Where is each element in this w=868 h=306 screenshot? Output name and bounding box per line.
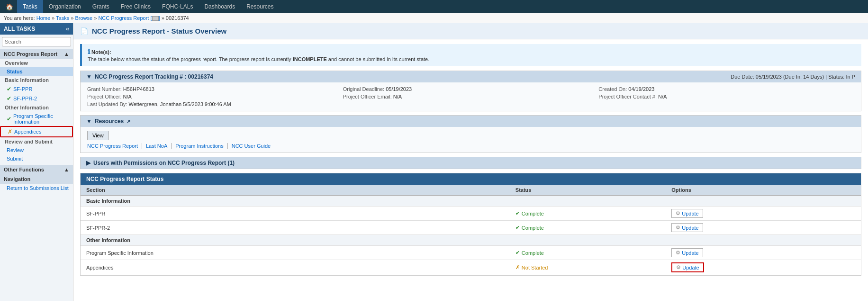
check-icon-program-specific: ✔: [7, 116, 11, 122]
page-title: NCC Progress Report - Status Overview: [92, 27, 226, 35]
table-row: SF-PPR-2 ✔ Complete ⚙ Update: [81, 221, 861, 235]
users-section: ▶ Users with Permissions on NCC Progress…: [80, 157, 861, 169]
row-sfppr-status: ✔ Complete: [510, 207, 666, 221]
sidebar-item-return[interactable]: Return to Submissions List: [0, 184, 73, 192]
update-label-program-specific: Update: [682, 250, 698, 256]
update-button-sfppr[interactable]: ⚙ Update: [671, 209, 703, 218]
nav-organization[interactable]: Organization: [43, 0, 87, 13]
update-button-program-specific[interactable]: ⚙ Update: [671, 248, 703, 257]
resources-section: ▼ Resources ↗ View NCC Progress Report L…: [80, 115, 861, 153]
nav-fqhc-lals[interactable]: FQHC-LALs: [156, 0, 199, 13]
notes-box: ℹ Note(s): The table below shows the sta…: [80, 44, 861, 66]
users-header[interactable]: ▶ Users with Permissions on NCC Progress…: [81, 157, 861, 169]
sidebar-item-sfppr-label: SF-PPR: [13, 86, 32, 92]
sidebar-item-sfppr2[interactable]: ✔ SF-PPR-2: [0, 94, 73, 103]
info-icon: ℹ: [88, 48, 90, 55]
breadcrumb: You are here: Home » Tasks » Browse » NC…: [0, 13, 868, 23]
sidebar-item-return-label: Return to Submissions List: [7, 185, 69, 191]
sidebar-item-submit-label: Submit: [7, 156, 23, 162]
tracking-due-info: Due Date: 05/19/2023 (Due In: 14 Days) |…: [731, 74, 855, 80]
nav-grants[interactable]: Grants: [87, 0, 115, 13]
sidebar-item-program-specific[interactable]: ✔ Program Specific Information: [0, 112, 73, 126]
breadcrumb-home[interactable]: Home: [36, 15, 50, 21]
row-sfppr-options: ⚙ Update: [666, 207, 861, 221]
sidebar-group-other-functions[interactable]: Other Functions ▲: [0, 165, 73, 174]
sidebar-group-toggle-icon: ▲: [64, 51, 69, 57]
appendices-status-not-started: ✗ Not Started: [515, 264, 660, 270]
breadcrumb-browse[interactable]: Browse: [75, 15, 92, 21]
nav-resources[interactable]: Resources: [241, 0, 279, 13]
resources-title: Resources: [95, 118, 124, 125]
top-navigation: 🏠 Tasks Organization Grants Free Clinics…: [0, 0, 868, 13]
resources-body: View NCC Progress Report Last NoA Progra…: [81, 127, 861, 153]
resources-link-program-instructions[interactable]: Program Instructions: [172, 143, 227, 149]
tracking-project-officer-contact-label: Project Officer Contact #: N/A: [598, 94, 854, 99]
resources-header[interactable]: ▼ Resources ↗: [81, 116, 861, 127]
row-appendices-status: ✗ Not Started: [510, 260, 666, 275]
breadcrumb-ncc[interactable]: NCC Progress Report []: [98, 15, 160, 21]
page-title-icon: 📄: [80, 27, 88, 35]
gear-icon-appendices: ⚙: [676, 264, 681, 270]
sidebar-item-status[interactable]: Status: [0, 67, 73, 76]
row-appendices-options: ⚙ Update: [666, 260, 861, 275]
nav-free-clinics[interactable]: Free Clinics: [115, 0, 156, 13]
sidebar-group-ncc[interactable]: NCC Progress Report ▲: [0, 49, 73, 59]
home-icon[interactable]: 🏠: [2, 1, 17, 12]
sidebar-group-navigation[interactable]: Navigation: [0, 174, 73, 184]
tracking-header-left: ▼ NCC Progress Report Tracking # : 00216…: [86, 73, 213, 80]
sidebar-item-status-label: Status: [7, 69, 23, 74]
row-appendices-name: Appendices: [81, 260, 510, 275]
table-row: Appendices ✗ Not Started ⚙ Update: [81, 260, 861, 275]
status-table-title: NCC Progress Report Status: [81, 173, 861, 185]
notes-text: The table below shows the status of the …: [88, 56, 856, 62]
sidebar-overview-label: Overview: [0, 59, 73, 67]
sidebar-item-appendices-label: Appendices: [14, 129, 42, 135]
tracking-header[interactable]: ▼ NCC Progress Report Tracking # : 00216…: [81, 71, 861, 82]
sidebar: ALL TASKS « NCC Progress Report ▲ Overvi…: [0, 23, 73, 301]
sfppr-status-label: Complete: [522, 211, 544, 216]
tracking-original-deadline-label: Original Deadline: 05/19/2023: [343, 86, 599, 92]
tracking-title: NCC Progress Report Tracking # : 0021637…: [95, 73, 213, 80]
main-layout: ALL TASKS « NCC Progress Report ▲ Overvi…: [0, 23, 868, 301]
breadcrumb-tasks[interactable]: Tasks: [56, 15, 69, 21]
sidebar-item-sfppr[interactable]: ✔ SF-PPR: [0, 84, 73, 94]
row-sfppr-name: SF-PPR: [81, 207, 510, 221]
nav-tasks[interactable]: Tasks: [17, 0, 43, 13]
update-button-appendices[interactable]: ⚙ Update: [671, 262, 704, 272]
resources-link-ncc-user-guide[interactable]: NCC User Guide: [228, 143, 275, 149]
resources-links: NCC Progress Report Last NoA Program Ins…: [87, 143, 854, 149]
sidebar-item-review[interactable]: Review: [0, 146, 73, 154]
status-table-section: NCC Progress Report Status Section Statu…: [80, 173, 861, 276]
row-program-specific-options: ⚙ Update: [666, 246, 861, 260]
status-table: Section Status Options Basic Information…: [81, 185, 861, 275]
appendices-status-label: Not Started: [522, 265, 548, 270]
users-triangle: ▶: [86, 160, 90, 166]
tracking-last-updated-label: Last Updated By: Wettergreen, Jonathan 5…: [87, 101, 854, 107]
page-title-bar: 📄 NCC Progress Report - Status Overview: [73, 23, 868, 39]
sidebar-review-submit-label: Review and Submit: [0, 137, 73, 146]
check-icon-program-specific-status: ✔: [515, 250, 520, 256]
tracking-section: ▼ NCC Progress Report Tracking # : 00216…: [80, 71, 861, 111]
check-icon-sfppr-status: ✔: [515, 210, 520, 216]
search-input[interactable]: [2, 37, 71, 46]
nav-dashboards[interactable]: Dashboards: [199, 0, 241, 13]
resources-view-button[interactable]: View: [87, 131, 109, 140]
sfppr2-status-label: Complete: [522, 225, 544, 231]
program-specific-status-complete: ✔ Complete: [515, 250, 660, 256]
sidebar-collapse-icon[interactable]: «: [66, 26, 69, 32]
resources-link-ncc[interactable]: NCC Progress Report: [87, 143, 142, 149]
row-sfppr2-status: ✔ Complete: [510, 221, 666, 235]
incomplete-icon-appendices-status: ✗: [515, 264, 520, 270]
sidebar-other-functions-label: Other Functions: [4, 167, 44, 172]
notes-title: ℹ Note(s):: [88, 48, 856, 55]
sidebar-search-container: [0, 35, 73, 49]
row-program-specific-name: Program Specific Information: [81, 246, 510, 260]
update-button-sfppr2[interactable]: ⚙ Update: [671, 223, 703, 232]
basic-info-header-cell: Basic Information: [81, 196, 861, 207]
sidebar-item-appendices[interactable]: ✗ Appendices: [0, 126, 73, 137]
sidebar-item-submit[interactable]: Submit: [0, 154, 73, 163]
gear-icon-program-specific: ⚙: [676, 250, 680, 256]
tracking-grant-label: Grant Number: H56HP46813: [87, 86, 343, 92]
other-info-header-cell: Other Information: [81, 235, 861, 246]
resources-link-last-noa[interactable]: Last NoA: [142, 143, 172, 149]
